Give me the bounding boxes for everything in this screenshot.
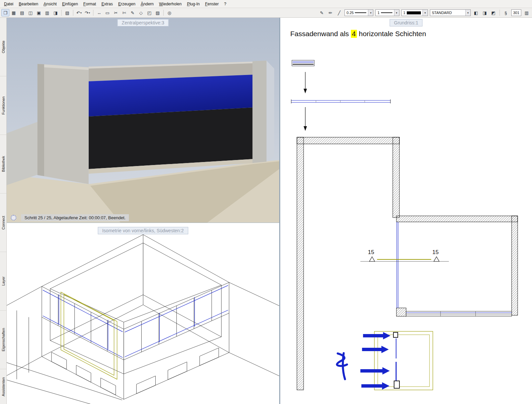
measure-icon: ↔ xyxy=(97,10,101,15)
menu-item-wiederholen[interactable]: Wiederholen xyxy=(156,1,184,7)
chevron-down-icon: ▾ xyxy=(80,11,82,14)
menu-item-datei[interactable]: Datei xyxy=(1,1,16,7)
table-icon: ▦ xyxy=(12,10,16,15)
pen-icon: ✎ xyxy=(131,10,135,15)
undo-button[interactable]: ↶▾ xyxy=(75,9,83,16)
sidebar-item-objekte[interactable]: Objekte xyxy=(0,18,6,76)
sidebar-item-funktionen[interactable]: Funktionen xyxy=(0,76,6,135)
redo-button[interactable]: ↷▾ xyxy=(83,9,91,16)
sidebar-item-eigenschaften[interactable]: Eigenschaften xyxy=(0,311,6,369)
dimension-group: 15 15 xyxy=(360,249,449,261)
viewport-isometric[interactable]: Isometrie von vorne/links, Südwesten:2 xyxy=(7,223,280,404)
edit-button[interactable]: ✎ xyxy=(129,9,137,16)
wireframe-model xyxy=(7,235,279,404)
zoom-button[interactable]: ◎ xyxy=(165,9,173,16)
menu-item-bearbeiten[interactable]: Bearbeiten xyxy=(16,1,41,7)
viewport-plan[interactable]: 15 15 xyxy=(280,18,532,404)
table-button[interactable]: ▦ xyxy=(10,9,18,16)
toolbar-separator xyxy=(163,10,164,16)
menu-item-ansicht[interactable]: Ansicht xyxy=(41,1,59,7)
columns-icon: ▥ xyxy=(45,10,49,15)
chevron-down-icon[interactable]: ▾ xyxy=(394,10,399,16)
render-canvas[interactable] xyxy=(7,18,279,223)
render-status-text: Schritt 25 / 25, Abgelaufene Zeit: 00:00… xyxy=(21,214,129,221)
columns-button[interactable]: ▥ xyxy=(43,9,51,16)
snip-button[interactable]: ✄ xyxy=(120,9,128,16)
clipboard-button[interactable]: ▧ xyxy=(63,9,71,16)
polygon-button[interactable]: ◇ xyxy=(137,9,145,16)
chevron-down-icon[interactable]: ▾ xyxy=(423,10,428,16)
viewport-area: Zentralperspektive:3 Schritt 25 / 25, Ab… xyxy=(7,18,532,404)
measure-button[interactable]: ↔ xyxy=(95,9,103,16)
layer-visibility-button[interactable]: ◨ xyxy=(481,9,489,16)
print-button[interactable]: ▤ xyxy=(18,9,26,16)
rectangle-icon: ▭ xyxy=(105,10,109,15)
plan-heading[interactable]: Fassadenwand als 4 horizontale Schichten xyxy=(290,30,426,38)
menu-item-fenster[interactable]: Fenster xyxy=(202,1,221,7)
isometric-canvas[interactable] xyxy=(7,223,279,404)
sidebar-item-label: Funktionen xyxy=(1,96,5,114)
layer-settings-button[interactable]: ◩ xyxy=(489,9,498,16)
clipped-button[interactable]: ▥ xyxy=(523,9,531,16)
viewport-title[interactable]: Grundriss:1 xyxy=(390,19,423,26)
dimension-label-left: 15 xyxy=(368,249,374,255)
viewport-perspective[interactable]: Zentralperspektive:3 Schritt 25 / 25, Ab… xyxy=(7,18,280,223)
heading-pre: Fassadenwand als xyxy=(290,30,349,38)
viewport-title[interactable]: Zentralperspektive:3 xyxy=(118,19,169,26)
plan-walls xyxy=(297,137,518,390)
hatch-icon: ▨ xyxy=(156,10,160,15)
pen-style-button[interactable]: ✎ xyxy=(318,9,326,16)
pen-width-combo[interactable]: 0.25 ▾ xyxy=(345,9,373,16)
sidebar-item-assistenten[interactable]: Assistenten xyxy=(0,369,6,404)
plan-canvas[interactable]: 15 15 xyxy=(280,18,532,404)
left-viewport-column: Zentralperspektive:3 Schritt 25 / 25, Ab… xyxy=(7,18,280,404)
render-image-button[interactable]: ◨ xyxy=(52,9,60,16)
menu-item-erzeugen[interactable]: Erzeugen xyxy=(116,1,138,7)
workspace: Objekte Funktionen Bibliothek Connect La… xyxy=(0,18,532,404)
right-column xyxy=(252,61,267,163)
render-status: Schritt 25 / 25, Abgelaufene Zeit: 00:00… xyxy=(11,214,129,221)
layer-c-icon: ◩ xyxy=(491,10,495,15)
sidebar-item-label: Objekte xyxy=(1,41,5,53)
sidebar-item-label: Assistenten xyxy=(1,377,5,396)
cut-button[interactable]: ✂ xyxy=(112,9,120,16)
viewport-layout-button[interactable]: ❒ xyxy=(1,9,9,16)
paragraph-icon: § xyxy=(505,10,507,15)
line-style-icon: ✏ xyxy=(329,10,332,15)
render-scene xyxy=(7,18,279,223)
chevron-down-icon[interactable]: ▾ xyxy=(465,10,470,16)
menu-item-einfuegen[interactable]: Einfügen xyxy=(59,1,80,7)
sidebar-item-layer[interactable]: Layer xyxy=(0,252,6,311)
save-icon: ▣ xyxy=(37,10,41,15)
line-style-button[interactable]: ✏ xyxy=(326,9,334,16)
viewport-title[interactable]: Isometrie von vorne/links, Südwesten:2 xyxy=(98,227,188,234)
sidebar-item-bibliothek[interactable]: Bibliothek xyxy=(0,135,6,193)
scale-combo[interactable]: 301 xyxy=(511,9,521,16)
menu-item-plugin[interactable]: Plug-In xyxy=(184,1,202,7)
heading-highlight: 4 xyxy=(351,30,357,38)
box3d-button[interactable]: ◰ xyxy=(145,9,153,16)
rectangle-button[interactable]: ▭ xyxy=(103,9,111,16)
slant-button[interactable]: ╱ xyxy=(335,9,343,16)
layer-combo[interactable]: STANDARD ▾ xyxy=(430,9,471,16)
pen-color-combo[interactable]: 1 ▾ xyxy=(401,9,428,16)
menu-item-hilfe[interactable]: ? xyxy=(221,1,229,7)
slant-icon: ╱ xyxy=(338,10,340,15)
pen-width-value: 0.25 xyxy=(347,11,354,15)
clipboard-icon: ▧ xyxy=(65,10,69,15)
copy-button[interactable]: ◫ xyxy=(26,9,34,16)
sidebar-item-label: Eigenschaften xyxy=(1,328,5,351)
hatch-button[interactable]: ▨ xyxy=(154,9,162,16)
paragraph-button[interactable]: § xyxy=(502,9,510,16)
flow-arrow-down-1 xyxy=(304,72,307,93)
menu-item-aendern[interactable]: Ändern xyxy=(138,1,156,7)
layer-select-button[interactable]: ◧ xyxy=(472,9,480,16)
menu-item-format[interactable]: Format xyxy=(81,1,99,7)
sidebar-item-connect[interactable]: Connect xyxy=(0,193,6,252)
line-type-combo[interactable]: 1 ▾ xyxy=(375,9,399,16)
menu-item-extras[interactable]: Extras xyxy=(99,1,116,7)
snip-icon: ✄ xyxy=(123,10,126,15)
chevron-down-icon[interactable]: ▾ xyxy=(368,10,373,16)
save-button[interactable]: ▣ xyxy=(35,9,43,16)
heading-post: horizontale Schichten xyxy=(359,30,426,38)
